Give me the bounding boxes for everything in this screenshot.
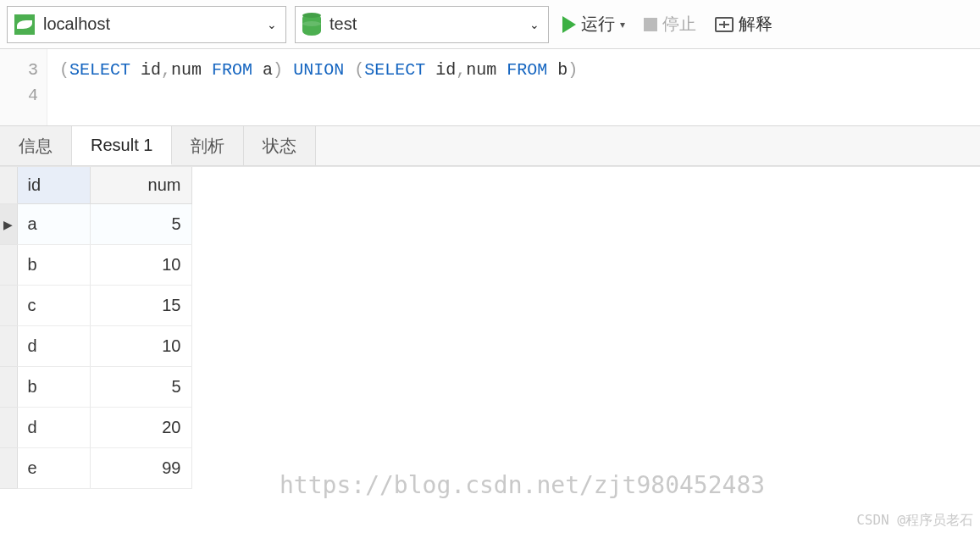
cell-id[interactable]: d (17, 408, 90, 448)
cell-id[interactable]: c (17, 286, 90, 326)
cell-num[interactable]: 99 (90, 448, 191, 489)
cell-num[interactable]: 10 (90, 326, 191, 367)
cell-id[interactable]: b (17, 367, 90, 408)
database-icon (302, 14, 321, 36)
explain-button[interactable]: 解释 (710, 9, 778, 39)
result-tabs: 信息 Result 1 剖析 状态 (0, 125, 980, 166)
row-gutter (0, 245, 17, 286)
table-row[interactable]: c 15 (0, 286, 191, 326)
stop-icon (644, 18, 657, 31)
database-label: test (329, 14, 357, 34)
cell-num[interactable]: 15 (90, 286, 191, 326)
explain-icon (715, 17, 734, 32)
row-gutter (0, 408, 17, 448)
dropdown-arrow-icon: ▾ (620, 19, 625, 31)
cell-num[interactable]: 20 (90, 408, 191, 448)
cell-num[interactable]: 5 (90, 367, 191, 408)
line-number: 4 (0, 83, 38, 108)
connection-dropdown[interactable]: localhost ⌄ (7, 6, 286, 43)
chevron-down-icon: ⌄ (529, 18, 540, 31)
chevron-down-icon: ⌄ (267, 18, 277, 31)
row-gutter (0, 326, 17, 367)
tab-profile[interactable]: 剖析 (172, 126, 244, 165)
stop-button: 停止 (639, 9, 701, 39)
table-row[interactable]: ▶ a 5 (0, 204, 191, 245)
play-icon (562, 16, 576, 33)
run-button[interactable]: 运行 ▾ (557, 9, 630, 39)
table-row[interactable]: d 10 (0, 326, 191, 367)
table-row[interactable]: d 20 (0, 408, 191, 448)
cell-num[interactable]: 10 (90, 245, 191, 286)
results-panel: id num ▶ a 5 b 10 c 15 d 10 b 5 (0, 166, 980, 489)
cell-id[interactable]: d (17, 326, 90, 367)
table-row[interactable]: b 5 (0, 367, 191, 408)
tab-status[interactable]: 状态 (244, 126, 316, 165)
cell-id[interactable]: b (17, 245, 90, 286)
tab-info[interactable]: 信息 (0, 126, 72, 165)
row-gutter (0, 286, 17, 326)
sql-editor[interactable]: 3 4 (SELECT id,num FROM a) UNION (SELECT… (0, 49, 980, 125)
cell-id[interactable]: a (17, 204, 90, 245)
column-header-num[interactable]: num (90, 167, 191, 204)
cell-id[interactable]: e (17, 448, 90, 489)
grid-header: id num (0, 167, 191, 204)
stop-label: 停止 (662, 13, 696, 36)
line-number: 3 (0, 58, 38, 83)
database-dropdown[interactable]: test ⌄ (295, 6, 549, 43)
row-gutter (0, 448, 17, 489)
explain-label: 解释 (739, 13, 772, 36)
watermark-author: CSDN @程序员老石 (856, 512, 973, 530)
connection-label: localhost (43, 14, 110, 34)
row-gutter (0, 367, 17, 408)
table-row[interactable]: e 99 (0, 448, 191, 489)
row-gutter-header (0, 167, 17, 204)
toolbar: localhost ⌄ test ⌄ 运行 ▾ 停止 解释 (0, 0, 980, 49)
line-gutter: 3 4 (0, 49, 47, 125)
dolphin-icon (14, 14, 35, 35)
table-row[interactable]: b 10 (0, 245, 191, 286)
cell-num[interactable]: 5 (90, 204, 191, 245)
results-grid[interactable]: id num ▶ a 5 b 10 c 15 d 10 b 5 (0, 167, 192, 489)
row-indicator-icon: ▶ (0, 204, 17, 245)
tab-result1[interactable]: Result 1 (72, 126, 172, 165)
column-header-id[interactable]: id (17, 167, 90, 204)
run-label: 运行 (581, 13, 615, 36)
sql-code[interactable]: (SELECT id,num FROM a) UNION (SELECT id,… (47, 49, 590, 125)
